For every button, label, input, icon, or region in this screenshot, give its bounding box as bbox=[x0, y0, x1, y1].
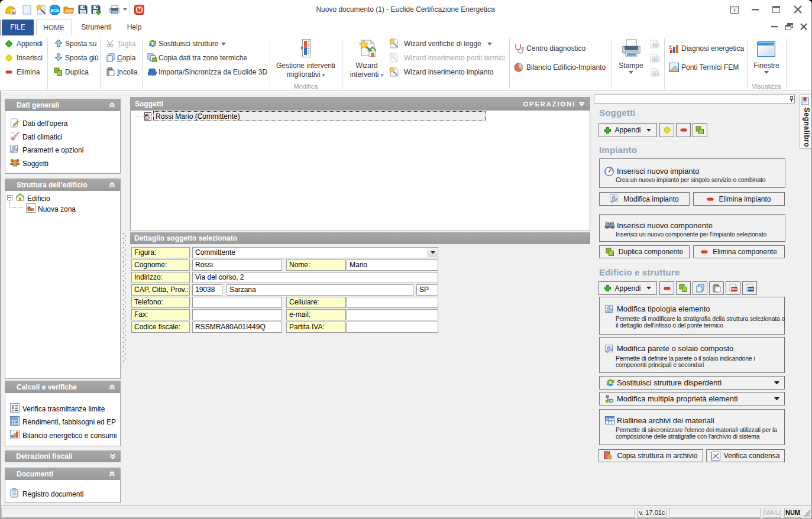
svg-text:PDF: PDF bbox=[731, 287, 737, 291]
svg-text:XLS: XLS bbox=[653, 72, 659, 76]
svg-text:PDF: PDF bbox=[653, 44, 660, 47]
svg-text:DOC: DOC bbox=[652, 58, 659, 61]
svg-text:Σ: Σ bbox=[669, 44, 672, 50]
svg-text:DOC: DOC bbox=[747, 287, 754, 291]
